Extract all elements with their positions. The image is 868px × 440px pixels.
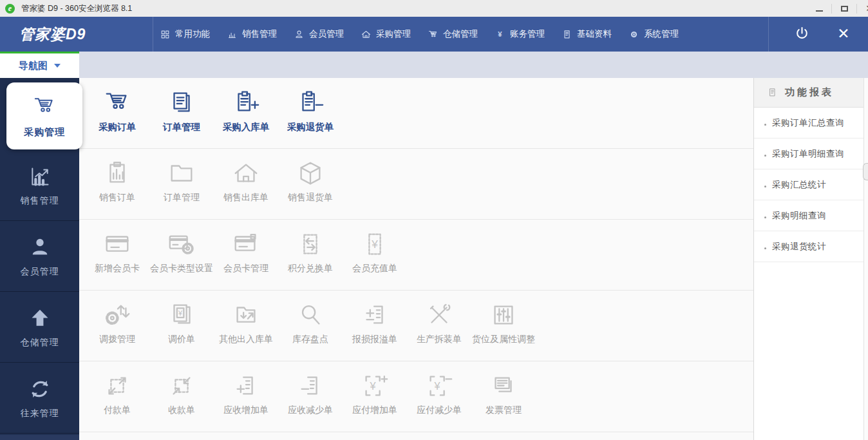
grid-item-4-2[interactable]: 应收增加单 (214, 371, 278, 432)
grid-item-label: 收款单 (168, 405, 195, 416)
grid-item-label: 销售出库单 (223, 192, 269, 204)
svg-text:¥: ¥ (371, 238, 378, 251)
report-item-3[interactable]: 采购明细查询 (754, 200, 863, 231)
nav-item-sales-mgmt[interactable]: 销售管理 (227, 28, 277, 40)
report-panel: 功能报表 采购订单汇总查询采购订单明细查询采购汇总统计采购明细查询采购退货统计 (753, 78, 863, 440)
sidebar-item-dealings-mgmt[interactable]: 往来管理 (0, 363, 79, 434)
refresh-icon (27, 376, 53, 402)
grid-item-3-1[interactable]: ¥调价单 (149, 300, 214, 361)
nav-item-purchase-mgmt[interactable]: 采购管理 (361, 28, 411, 40)
grid-item-4-1[interactable]: 收款单 (149, 371, 214, 432)
grid-item-2-4[interactable]: ¥会员充值单 (343, 229, 407, 290)
cube-icon (296, 158, 325, 188)
sidebar-item-next-partial[interactable] (0, 435, 79, 440)
grid-item-4-5[interactable]: ¥应付减少单 (407, 371, 471, 432)
sidebar-item-warehouse-mgmt[interactable]: 仓储管理 (0, 292, 79, 363)
sidebar-item-label: 采购管理 (24, 126, 65, 139)
svg-text:¥: ¥ (434, 380, 441, 392)
grid-item-label: 生产拆装单 (417, 334, 462, 345)
doc-icon (561, 29, 572, 40)
nav-item-common-functions[interactable]: 常用功能 (160, 28, 210, 40)
grid-item-3-3[interactable]: 库存盘点 (278, 300, 343, 361)
maximize-icon (841, 6, 848, 12)
bullet-dot-icon (764, 216, 766, 218)
main-grid: 采购订单订单管理采购入库单采购退货单销售订单订单管理销售出库单销售退货单新增会员… (79, 78, 753, 440)
tab-navigation-map[interactable]: 导航图 (0, 52, 79, 78)
doc-yen-icon: ¥ (167, 300, 196, 330)
sidebar-item-purchase-mgmt[interactable]: 采购管理 (6, 82, 82, 149)
report-doc-icon (767, 87, 778, 98)
navbar-divider (153, 17, 153, 52)
grid-item-3-5[interactable]: 生产拆装单 (407, 300, 471, 361)
arrow-up-icon (27, 305, 53, 331)
grid-item-1-0[interactable]: 销售订单 (85, 158, 149, 219)
grid-item-4-6[interactable]: 发票管理 (471, 371, 536, 432)
sidebar-item-label: 仓储管理 (21, 337, 59, 349)
report-item-list: 采购订单汇总查询采购订单明细查询采购汇总统计采购明细查询采购退货统计 (754, 108, 863, 262)
sidebar-item-label: 往来管理 (21, 408, 59, 419)
svg-text:¥: ¥ (178, 309, 183, 317)
sidebar-item-member-mgmt[interactable]: 会员管理 (0, 221, 79, 292)
minimize-button[interactable] (811, 0, 827, 17)
nav-item-base-data[interactable]: 基础资料 (561, 28, 612, 40)
report-item-2[interactable]: 采购汇总统计 (754, 169, 863, 200)
grid-item-4-4[interactable]: ¥应付增加单 (343, 371, 407, 432)
magnifier-icon (296, 300, 325, 330)
grid-item-2-0[interactable]: 新增会员卡 (85, 229, 149, 290)
right-gutter (863, 78, 868, 440)
grid-item-3-4[interactable]: 报损报溢单 (343, 300, 407, 361)
app-window: e 管家婆 D9 - 360安全浏览器 8.1 ✕ 管家婆D9 常用功能销售管理… (0, 0, 868, 440)
grid-item-label: 其他出入库单 (219, 334, 273, 345)
grid-item-label: 库存盘点 (292, 334, 328, 345)
sliders-icon (489, 300, 518, 330)
nav-item-finance-mgmt[interactable]: ¥账务管理 (495, 28, 545, 40)
browser-360-icon: e (5, 4, 15, 14)
chartbars-icon (227, 29, 238, 40)
clip-chart-icon (102, 158, 132, 188)
card-icon (102, 229, 132, 259)
svg-text:¥: ¥ (498, 30, 502, 38)
close-window-button[interactable]: ✕ (862, 0, 868, 17)
grid-item-1-2[interactable]: 销售出库单 (214, 158, 278, 219)
panel-scroll-handle[interactable] (863, 163, 868, 180)
grid-item-3-0[interactable]: 调拨管理 (85, 300, 149, 361)
clip-minus-icon (296, 88, 325, 117)
close-icon: ✕ (865, 3, 868, 14)
report-item-1[interactable]: 采购订单明细查询 (754, 139, 863, 169)
grid-item-1-1[interactable]: 订单管理 (149, 158, 214, 219)
bullet-dot-icon (764, 124, 766, 126)
report-item-0[interactable]: 采购订单汇总查询 (754, 108, 863, 139)
grid-item-2-3[interactable]: 积分兑换单 (278, 229, 343, 290)
titlebar: e 管家婆 D9 - 360安全浏览器 8.1 ✕ (0, 0, 868, 17)
wallet-icon (231, 229, 261, 259)
grid-item-0-3[interactable]: 采购退货单 (278, 88, 343, 148)
nav-item-system-mgmt[interactable]: 系统管理 (628, 28, 679, 40)
grid-item-4-0[interactable]: 付款单 (85, 371, 149, 432)
grid-item-label: 报损报溢单 (352, 334, 397, 345)
grid-item-1-3[interactable]: 销售退货单 (278, 158, 343, 219)
grid-item-label: 会员卡管理 (223, 263, 269, 274)
house-icon (361, 29, 372, 40)
nav-item-member-mgmt[interactable]: 会员管理 (294, 28, 344, 40)
tab-bar: 导航图 (0, 52, 868, 78)
report-item-label: 采购订单汇总查询 (772, 117, 844, 129)
grid-item-4-3[interactable]: 应收减少单 (278, 371, 343, 432)
close-app-button[interactable]: ✕ (835, 24, 853, 43)
grid-item-3-6[interactable]: 货位及属性调整 (471, 300, 536, 361)
nav-item-warehouse-mgmt[interactable]: 仓储管理 (428, 28, 478, 40)
grid-item-3-2[interactable]: 其他出入库单 (214, 300, 278, 361)
grid-item-0-0[interactable]: 采购订单 (85, 88, 149, 148)
grid-item-2-1[interactable]: 会员卡类型设置 (149, 229, 214, 290)
maximize-button[interactable] (836, 0, 852, 17)
yen-plus-icon: ¥ (360, 371, 390, 401)
grid-item-0-2[interactable]: 采购入库单 (214, 88, 278, 148)
logout-power-button[interactable] (793, 25, 811, 43)
grid-item-2-2[interactable]: 会员卡管理 (214, 229, 278, 290)
grid-item-label: 会员卡类型设置 (150, 263, 213, 274)
grid-item-label: 调拨管理 (99, 334, 135, 345)
chart-side-icon (27, 164, 53, 189)
report-item-4[interactable]: 采购退货统计 (754, 231, 863, 262)
grid-item-0-1[interactable]: 订单管理 (149, 88, 214, 148)
doc-plus-icon (231, 371, 261, 401)
sidebar-item-sales-mgmt[interactable]: 销售管理 (0, 150, 79, 221)
